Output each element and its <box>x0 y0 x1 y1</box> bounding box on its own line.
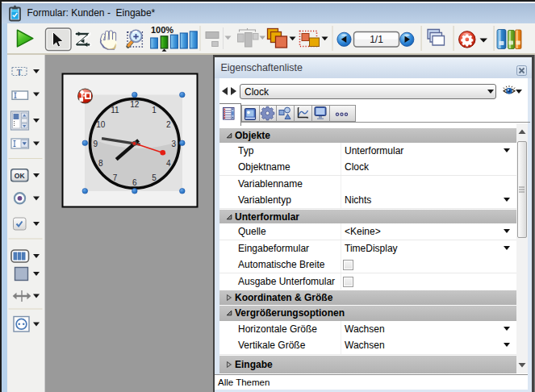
svg-text:2: 2 <box>166 119 171 128</box>
svg-text:6: 6 <box>132 178 137 187</box>
svg-text:10: 10 <box>96 119 106 128</box>
svg-text:1: 1 <box>152 105 157 114</box>
svg-text:OK: OK <box>14 172 25 180</box>
svg-text:7: 7 <box>112 173 117 181</box>
svg-text:3: 3 <box>171 139 176 148</box>
svg-text:8: 8 <box>98 159 103 168</box>
svg-text:4: 4 <box>166 159 171 168</box>
svg-text:11: 11 <box>111 105 119 114</box>
svg-text:1/1: 1/1 <box>370 34 383 45</box>
svg-text:12: 12 <box>130 100 140 109</box>
svg-text:5: 5 <box>152 173 157 181</box>
svg-text:100%: 100% <box>151 25 173 35</box>
svg-text:T: T <box>16 68 22 76</box>
svg-text:9: 9 <box>93 139 98 148</box>
